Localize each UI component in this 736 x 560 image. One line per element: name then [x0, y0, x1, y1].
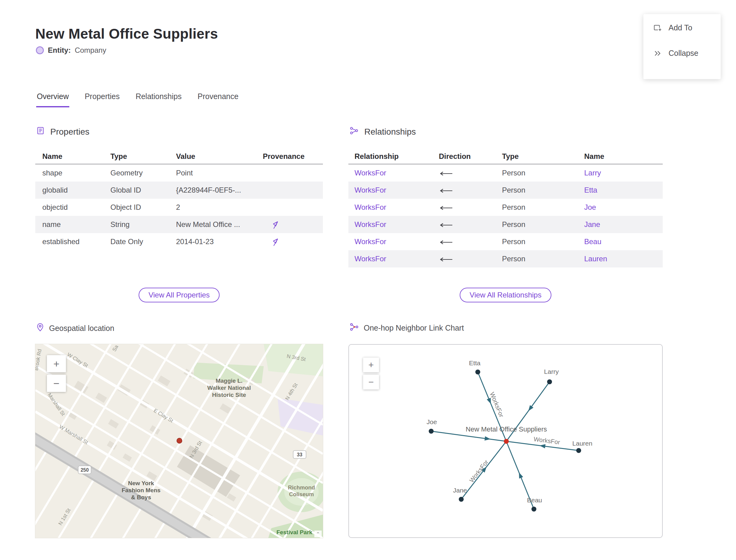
relationships-table: RelationshipDirectionTypeName WorksFor P… [348, 147, 663, 267]
property-type-cell: Date Only [103, 233, 169, 250]
arrow-left-icon [439, 257, 453, 262]
view-all-properties-button[interactable]: View All Properties [139, 288, 220, 302]
map-label: RichmondColiseum [288, 485, 315, 497]
relationships-icon [350, 126, 359, 137]
map-attribution-toggle[interactable]: ⌃ [314, 531, 322, 537]
graph-edge-arrow [539, 444, 546, 448]
graph-node-beau[interactable] [531, 507, 536, 512]
property-type-cell: Object ID [103, 199, 169, 216]
property-row: objectid Object ID 2 [35, 199, 323, 216]
graph-node-label: Beau [527, 497, 542, 504]
tab-properties[interactable]: Properties [84, 92, 120, 107]
entity-name-link[interactable]: Jane [584, 220, 600, 228]
property-provenance-cell [256, 164, 323, 182]
provenance-flag-icon[interactable] [272, 221, 280, 229]
relationships-section-title: Relationships [364, 127, 416, 137]
graph-edge-arrow [528, 405, 534, 411]
add-to-button[interactable]: Add To [653, 23, 721, 32]
graph-node-etta[interactable] [475, 370, 480, 374]
entity-type-cell: Person [496, 250, 578, 267]
relationship-row: WorksFor Person Lauren [348, 250, 663, 267]
relationship-row: WorksFor Person Joe [348, 199, 663, 216]
graph-node-joe[interactable] [429, 429, 434, 434]
entity-label: Entity: [48, 46, 71, 55]
property-name-cell: objectid [35, 199, 103, 216]
property-name-cell: name [35, 216, 103, 233]
entity-name-link[interactable]: Beau [584, 237, 601, 246]
relationship-type-link[interactable]: WorksFor [355, 220, 386, 228]
relationship-type-link[interactable]: WorksFor [355, 237, 386, 246]
relationship-row: WorksFor Person Etta [348, 182, 663, 199]
graph-center-node[interactable] [504, 439, 509, 444]
graph-node-label: Larry [544, 368, 559, 375]
relationship-type-link[interactable]: WorksFor [355, 203, 386, 211]
graph-edge-arrow [519, 472, 523, 478]
provenance-flag-icon[interactable] [272, 238, 280, 246]
property-value-cell: 2014-01-23 [169, 233, 256, 250]
properties-table-header: NameTypeValueProvenance [35, 147, 323, 164]
property-name-cell: established [35, 233, 103, 250]
collapse-button[interactable]: Collapse [653, 49, 721, 58]
properties-section-head: Properties [36, 126, 90, 137]
property-value-cell: Point [169, 164, 256, 182]
map-canvas[interactable]: 25033 Brook RdW Clay StSaN 3rd StN 4th S… [35, 344, 323, 538]
property-provenance-cell [256, 199, 323, 216]
one-hop-chart-icon [350, 323, 359, 333]
chart-zoom-in-button[interactable]: + [363, 358, 379, 372]
property-type-cell: Geometry [103, 164, 169, 182]
chart-zoom-controls: + − [363, 358, 379, 389]
arrow-left-icon [439, 223, 453, 228]
column-header: Name [35, 147, 103, 164]
tab-overview[interactable]: Overview [36, 92, 69, 107]
column-header: Value [169, 147, 256, 164]
map-zoom-in-button[interactable]: + [47, 355, 66, 372]
graph-node-larry[interactable] [547, 379, 552, 384]
geospatial-location-title: Geospatial location [49, 324, 114, 333]
relationship-type-link[interactable]: WorksFor [355, 169, 386, 177]
graph-edge-arrow [487, 398, 491, 404]
page-title: New Metal Office Suppliers [35, 25, 218, 42]
relationship-type-link[interactable]: WorksFor [355, 255, 386, 263]
link-chart-canvas[interactable]: WorksForWorksForWorksForEttaLarryJoeLaur… [349, 345, 662, 537]
direction-cell [433, 216, 496, 233]
entity-type-icon [36, 46, 44, 54]
entity-name-link[interactable]: Lauren [584, 255, 607, 263]
entity-name-link[interactable]: Larry [584, 169, 601, 177]
relationship-row: WorksFor Person Jane [348, 216, 663, 233]
relationship-type-link[interactable]: WorksFor [355, 186, 386, 194]
properties-section-title: Properties [50, 127, 90, 137]
property-provenance-cell [256, 233, 323, 250]
graph-edge-label: WorksFor [533, 435, 561, 446]
graph-node-lauren[interactable] [576, 448, 581, 453]
graph-node-label: Joe [427, 418, 437, 425]
property-row: name String New Metal Office ... [35, 216, 323, 233]
relationships-table-header: RelationshipDirectionTypeName [348, 147, 663, 164]
graph-node-jane[interactable] [459, 497, 464, 502]
route-shield-label: 33 [297, 452, 302, 457]
graph-node-label: Jane [453, 487, 467, 494]
map-zoom-controls: + − [47, 355, 66, 392]
column-header: Relationship [348, 147, 433, 164]
map-zoom-out-button[interactable]: − [47, 375, 66, 392]
relationship-row: WorksFor Person Beau [348, 233, 663, 250]
property-value-cell: {A228944F-0EF5-... [169, 182, 256, 199]
relationships-section-head: Relationships [350, 126, 416, 137]
tab-relationships[interactable]: Relationships [135, 92, 182, 107]
relationships-table-body: WorksFor Person Larry WorksFor Person Et… [348, 164, 663, 267]
graph-edge-arrow [485, 436, 491, 441]
view-all-relationships-button[interactable]: View All Relationships [460, 288, 551, 302]
entity-name-link[interactable]: Etta [584, 186, 597, 194]
entity-name-link[interactable]: Joe [584, 203, 596, 211]
entity-type-cell: Person [496, 164, 578, 182]
map-location-marker[interactable] [177, 438, 182, 443]
entity-type-cell: Person [496, 233, 578, 250]
collapse-icon [653, 49, 662, 58]
tab-provenance[interactable]: Provenance [197, 92, 239, 107]
context-menu: Add To Collapse [643, 14, 721, 79]
property-provenance-cell [256, 182, 323, 199]
chart-zoom-out-button[interactable]: − [363, 375, 379, 389]
column-header: Type [103, 147, 169, 164]
arrow-left-icon [439, 205, 453, 210]
properties-table: NameTypeValueProvenance shape Geometry P… [35, 147, 323, 250]
column-header: Provenance [256, 147, 323, 164]
